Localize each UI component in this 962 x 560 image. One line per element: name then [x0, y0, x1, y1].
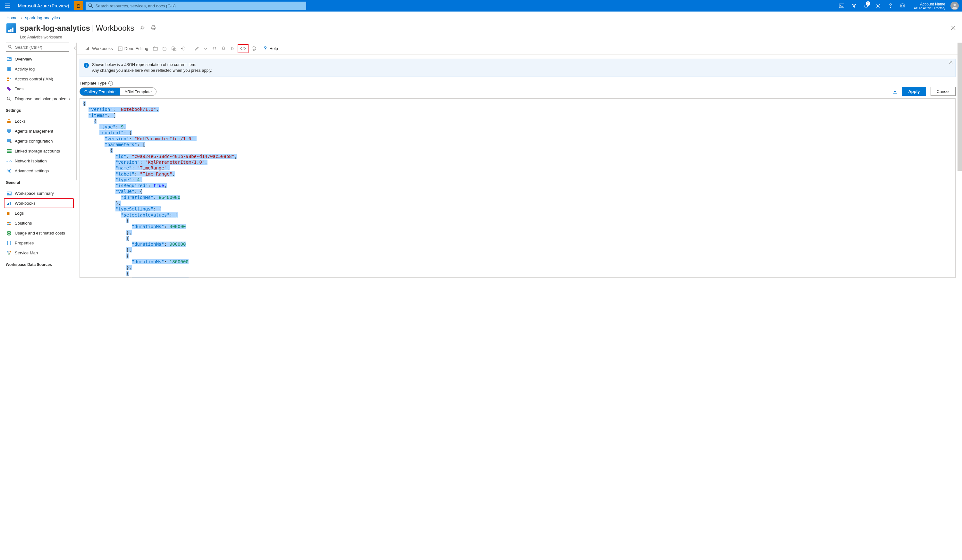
directories-button[interactable] — [848, 0, 860, 11]
global-search-input[interactable] — [86, 2, 306, 10]
pin-icon — [230, 47, 235, 51]
pin-button[interactable] — [140, 25, 145, 31]
svg-point-7 — [903, 5, 904, 6]
svg-point-0 — [77, 5, 80, 8]
sidebar-item-diagnose[interactable]: Diagnose and solve problems — [6, 94, 76, 104]
close-blade-button[interactable] — [951, 26, 956, 31]
svg-point-6 — [901, 5, 902, 6]
svg-point-5 — [901, 3, 905, 8]
account-directory: Azure Active Directory — [914, 6, 945, 10]
info-banner: i Shown below is a JSON representation o… — [79, 59, 956, 77]
hamburger-menu[interactable] — [0, 3, 15, 8]
sidebar-group-wds: Workspace Data Sources — [6, 262, 70, 269]
svg-text:<·>: <·> — [6, 159, 11, 163]
help-button[interactable] — [885, 0, 897, 11]
cancel-button[interactable]: Cancel — [931, 87, 956, 96]
main-content: Workbooks Done Editing ?Help i Shown bel… — [77, 43, 962, 560]
svg-rect-59 — [87, 48, 88, 50]
print-button[interactable] — [151, 25, 156, 31]
help-icon[interactable]: i — [108, 81, 113, 85]
sidebar-item-activity-log[interactable]: Activity log — [6, 64, 76, 74]
sidebar-item-workspace-summary[interactable]: Workspace summary — [6, 188, 76, 198]
svg-point-1 — [89, 4, 92, 7]
tb-refresh[interactable] — [210, 44, 218, 53]
question-icon: ? — [263, 46, 267, 51]
cloud-shell-button[interactable] — [836, 0, 848, 11]
sidebar-item-solutions[interactable]: Solutions — [6, 218, 76, 228]
brand-label[interactable]: Microsoft Azure (Preview) — [15, 3, 74, 8]
gear-icon — [181, 46, 186, 51]
json-code-editor[interactable]: { "version": "Notebook/1.0", "items": [ … — [79, 98, 956, 278]
sidebar-item-agents-mgmt[interactable]: Agents management — [6, 126, 76, 136]
tb-done-editing[interactable]: Done Editing — [116, 44, 150, 53]
feedback-button[interactable] — [897, 0, 909, 11]
tb-pin[interactable] — [229, 44, 236, 53]
tb-workbooks[interactable]: Workbooks — [83, 44, 115, 53]
svg-point-8 — [954, 4, 956, 6]
page-title-row: spark-log-analytics | Workbooks — [0, 20, 962, 35]
sidebar-item-workbooks[interactable]: Workbooks — [4, 198, 74, 208]
open-icon — [153, 47, 158, 51]
svg-rect-54 — [10, 241, 11, 245]
svg-text:⊟: ⊟ — [7, 211, 10, 215]
svg-rect-11 — [12, 27, 13, 32]
sidebar-item-logs[interactable]: ⊟Logs — [6, 208, 76, 218]
breadcrumb-home[interactable]: Home — [6, 15, 18, 20]
pin-icon — [140, 25, 145, 30]
saveas-icon — [171, 46, 176, 51]
cloud-shell-icon — [839, 3, 844, 8]
sidebar-item-agents-config[interactable]: Agents configuration — [6, 136, 76, 146]
svg-rect-35 — [7, 152, 11, 153]
tb-alert[interactable] — [220, 44, 228, 53]
tb-save[interactable] — [161, 44, 168, 53]
svg-rect-44 — [10, 202, 11, 205]
download-button[interactable] — [893, 88, 897, 95]
sidebar-item-usage-costs[interactable]: Usage and estimated costs — [6, 228, 76, 238]
tb-edit[interactable] — [193, 44, 201, 53]
sidebar-item-service-map[interactable]: Service Map — [6, 248, 76, 258]
info-icon: i — [84, 63, 89, 68]
tb-settings[interactable] — [179, 44, 187, 53]
account-name: Account Name — [914, 2, 945, 6]
workbook-toolbar: Workbooks Done Editing ?Help — [77, 43, 962, 55]
tb-open[interactable] — [151, 44, 159, 53]
sidebar-item-linked-storage[interactable]: Linked storage accounts — [6, 146, 76, 156]
sidebar-item-locks[interactable]: Locks — [6, 116, 76, 126]
sidebar: Overview Activity log Access control (IA… — [0, 43, 77, 560]
svg-rect-19 — [7, 60, 11, 60]
sidebar-item-network-isolation[interactable]: <·>Network Isolation — [6, 156, 76, 166]
preview-bug-button[interactable] — [74, 1, 83, 10]
svg-point-37 — [8, 170, 10, 172]
settings-button[interactable] — [872, 0, 885, 11]
refresh-icon — [212, 46, 217, 51]
svg-rect-58 — [86, 49, 87, 50]
sidebar-item-access-control[interactable]: Access control (IAM) — [6, 74, 76, 84]
svg-rect-43 — [8, 203, 9, 205]
close-banner-button[interactable] — [949, 60, 953, 65]
content-scrollbar[interactable] — [957, 43, 962, 171]
breadcrumb-resource[interactable]: spark-log-analytics — [25, 15, 60, 20]
close-icon — [949, 61, 953, 64]
pill-gallery-template[interactable]: Gallery Template — [80, 88, 120, 95]
sidebar-filter-input[interactable] — [6, 43, 69, 51]
sidebar-item-overview[interactable]: Overview — [6, 54, 76, 64]
question-icon — [889, 3, 892, 8]
account-menu[interactable]: Account Name Azure Active Directory — [909, 2, 947, 10]
sidebar-group-general: General — [6, 180, 70, 187]
notifications-button[interactable]: 7 — [860, 0, 872, 11]
avatar[interactable] — [951, 2, 959, 10]
title-section: Workbooks — [96, 24, 134, 33]
apply-button[interactable]: Apply — [902, 87, 926, 96]
svg-rect-52 — [7, 241, 8, 245]
tb-dropdown[interactable] — [202, 44, 209, 53]
smiley-icon — [900, 3, 905, 9]
tb-help[interactable]: ?Help — [263, 46, 278, 51]
sidebar-item-advanced-settings[interactable]: Advanced settings — [6, 166, 76, 176]
tb-saveas[interactable] — [169, 44, 178, 53]
tb-feedback[interactable] — [250, 44, 258, 53]
tb-advanced-editor[interactable] — [237, 44, 249, 53]
sidebar-item-tags[interactable]: Tags — [6, 84, 76, 94]
sidebar-item-properties[interactable]: Properties — [6, 238, 76, 248]
save-icon — [162, 47, 167, 51]
pill-arm-template[interactable]: ARM Template — [120, 88, 156, 95]
